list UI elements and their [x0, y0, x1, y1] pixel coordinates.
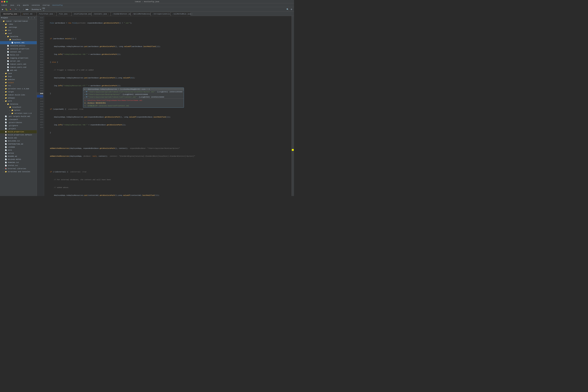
- close-button[interactable]: [1, 1, 3, 2]
- stop-button[interactable]: ■: [9, 8, 12, 11]
- tree-item-build-xml[interactable]: 📄 build.xml: [0, 136, 37, 140]
- tree-item-web-xml[interactable]: 📄 web.xml: [0, 69, 37, 72]
- tree-item-server-xml[interactable]: 📄 server.xml: [0, 60, 37, 63]
- minimize-button[interactable]: [4, 1, 5, 2]
- tree-item-tomcat-users-xml[interactable]: 📄 tomcat-users.xml: [0, 63, 37, 66]
- tree-item-conf[interactable]: ▾ 📁 conf: [0, 32, 37, 35]
- tree-item-building-txt[interactable]: 📄 BUILDING.txt: [0, 140, 37, 142]
- tree-item-work-catalina[interactable]: ▾ 📁 Catalina: [0, 102, 37, 106]
- tree-item-logging-props[interactable]: 📋 logging.properties: [0, 56, 37, 60]
- tree-item-contributing[interactable]: 📄 CONTRIBUTING.md: [0, 142, 37, 146]
- tab-nativemethodaccessor[interactable]: C NativeMethodAccessorImpl.class ×: [131, 12, 151, 16]
- tree-item-readme[interactable]: 📄 README.md: [0, 155, 37, 158]
- tree-item-output[interactable]: ▸ 📁 output: [0, 81, 37, 84]
- maximize-button[interactable]: [6, 1, 8, 2]
- tree-item-bin[interactable]: ▸ 📁 bin: [0, 29, 37, 32]
- nav-org[interactable]: org: [17, 4, 20, 6]
- tree-item-scratches[interactable]: ▸ 📁 Scratches and Consoles: [0, 170, 37, 173]
- tree-item-servelet-test[interactable]: ▸ 📁 servelet-test-1.0: [0, 112, 37, 115]
- tree-item-tomcat-build-libs[interactable]: ▸ 📁 tomcat-build-libs: [0, 94, 37, 96]
- tree-item-settings[interactable]: ▸ 📁 .settings: [0, 26, 37, 29]
- tree-item-running[interactable]: 📄 RUNNING.txt: [0, 161, 37, 164]
- tree-item-release-notes[interactable]: 📄 RELEASE-NOTES: [0, 158, 37, 161]
- tree-item-hello-txt[interactable]: 📄 hello.txt: [0, 54, 37, 56]
- tree-item-gitattributes[interactable]: 📄 .gitattributes: [0, 121, 37, 124]
- tree-item-project[interactable]: 📄 .project: [0, 127, 37, 130]
- tree-item-license[interactable]: 📄 LICENSE: [0, 146, 37, 149]
- nav-java[interactable]: java: [10, 4, 14, 6]
- tab-close-button[interactable]: ×: [192, 13, 192, 15]
- tab-mytest-xml[interactable]: X mytest.xml ×: [21, 12, 37, 16]
- nav-apache[interactable]: apache: [23, 4, 29, 6]
- tree-item-notice[interactable]: 📄 NOTICE: [0, 152, 37, 155]
- tree-item-build-properties-default[interactable]: 📋 build.properties.default: [0, 133, 37, 136]
- run-button[interactable]: ▶: [1, 8, 4, 11]
- tree-item-res[interactable]: ▸ 📁 res: [0, 84, 37, 87]
- popup-item-2[interactable]: ▸ 🗺 "/Users/quyixiao/Desktop/mytest" → {…: [83, 93, 184, 96]
- tree-item-work-localhost[interactable]: ▾ 📁 localhost: [0, 106, 37, 109]
- tree-item-tomcat[interactable]: ▾ 📁 tomcat ~/gitlab/tomcat: [0, 20, 37, 23]
- tree-item-external-libraries[interactable]: ▸ 📚 External Libraries: [0, 167, 37, 170]
- tree-item-idea[interactable]: ▸ 📁 .idea: [0, 23, 37, 26]
- tab-label: File.java: [59, 13, 68, 15]
- tab-close-button[interactable]: ×: [108, 13, 109, 15]
- git-status-button[interactable]: Git: ✓: [42, 8, 46, 11]
- tab-introspection[interactable]: J IntrospectionUtils.java ×: [151, 12, 171, 16]
- tab-close-button[interactable]: ×: [33, 13, 35, 15]
- sidebar-collapse-button[interactable]: —: [30, 16, 33, 19]
- sidebar-settings-button[interactable]: ⚙: [27, 16, 30, 19]
- tab-close-button[interactable]: ×: [18, 13, 19, 15]
- tree-item-java[interactable]: ▸ 📁 java: [0, 72, 37, 75]
- tree-item-status-txt[interactable]: 📄 STATUS.txt: [0, 164, 37, 167]
- tree-item-gitignore[interactable]: 📄 .gitignore: [0, 124, 37, 127]
- tab-close-button[interactable]: ×: [68, 13, 70, 15]
- tree-item-catalina-policy[interactable]: 📄 catalina.policy: [0, 44, 37, 47]
- tree-item-target[interactable]: ▸ 📁 target: [0, 90, 37, 94]
- tree-item-ant-targets[interactable]: 📄 .ant-targets-build.xml: [0, 115, 37, 118]
- tab-unixfilesystem[interactable]: J UnixFileSystem.java ×: [71, 12, 91, 16]
- tree-item-mytest-xml[interactable]: 📄 mytest.xml: [0, 41, 37, 44]
- tree-item-build-properties[interactable]: 📋 build.properties: [0, 130, 37, 133]
- nav-startup[interactable]: startup: [43, 4, 50, 6]
- debug-button[interactable]: 🐛: [5, 8, 8, 11]
- popup-item-1[interactable]: ▸ 🗺 "/Users/quyixiao/gitlab/tomcat/conf/…: [83, 91, 184, 93]
- expand-arrow-icon: ▸: [3, 91, 5, 92]
- tree-item-servelet-test-bak[interactable]: ▸ 📁 servelet-test-1.0_bak: [0, 87, 37, 90]
- tree-item-mytest-folder[interactable]: ▸ 📁 mytest: [0, 109, 37, 112]
- tree-item-label: webapps: [8, 97, 15, 99]
- tab-futuretask[interactable]: J FutureTask.java ×: [37, 12, 57, 16]
- tree-item-catalina[interactable]: ▾ 📁 Catalina: [0, 35, 37, 38]
- settings-button[interactable]: ⚙: [290, 8, 293, 11]
- tree-item-context-xml[interactable]: 📄 context.xml: [0, 50, 37, 54]
- tab-constants[interactable]: J Constants.java ×: [91, 12, 111, 16]
- tab-callmethodrule[interactable]: J CallMethodRule.java ×: [171, 12, 191, 16]
- tab-close-button[interactable]: ×: [54, 13, 55, 15]
- tab-standardcontext[interactable]: J StandardContext.java ×: [111, 12, 131, 16]
- tree-item-localhost[interactable]: ▾ 📁 localhost: [0, 38, 37, 41]
- step-out-button[interactable]: ↑: [22, 8, 25, 11]
- tree-item-label: bin: [8, 30, 11, 31]
- tree-item-keys[interactable]: 📄 KEYS: [0, 149, 37, 152]
- tab-hostconfig[interactable]: J HostConfig.java ×: [1, 12, 21, 16]
- tree-item-classpath[interactable]: 📄 .classpath: [0, 118, 37, 121]
- tree-item-label: output: [8, 82, 14, 84]
- nav-hostconfig[interactable]: HostConfig: [53, 4, 63, 6]
- step-over-button[interactable]: ↷: [14, 8, 17, 11]
- sidebar-expand-button[interactable]: ≡: [33, 16, 36, 19]
- tree-item-catalina-props[interactable]: 📋 catalina.properties: [0, 47, 37, 50]
- nav-catalina[interactable]: catalina: [32, 4, 40, 6]
- tree-item-logs[interactable]: ▸ 📁 logs: [0, 75, 37, 78]
- search-button[interactable]: 🔍: [286, 8, 289, 11]
- tree-item-tomcat-users-xsd[interactable]: 📄 tomcat-users.xsd: [0, 66, 37, 69]
- step-into-button[interactable]: ↓: [18, 8, 21, 11]
- popup-item-3[interactable]: ▸ 🗺 "/Users/quyixiao/gitlab/tomcat/conf/…: [83, 96, 184, 98]
- nav-tomcat[interactable]: tomcat: [1, 4, 7, 6]
- code-line-827: if (unpackWAR) { unpackWAR: true: [46, 108, 294, 110]
- tree-item-work[interactable]: ▾ 📁 work: [0, 100, 37, 102]
- popup-expand-icon[interactable]: ▸: [84, 88, 86, 90]
- tab-file-java[interactable]: J File.java ×: [57, 12, 71, 16]
- resume-button[interactable]: ▶▶: [26, 8, 29, 11]
- tree-item-modules[interactable]: ▸ 📁 modules: [0, 78, 37, 81]
- tree-item-webapps[interactable]: ▸ 📁 webapps: [0, 96, 37, 100]
- run-config-select[interactable]: Bootstrap: [31, 8, 42, 11]
